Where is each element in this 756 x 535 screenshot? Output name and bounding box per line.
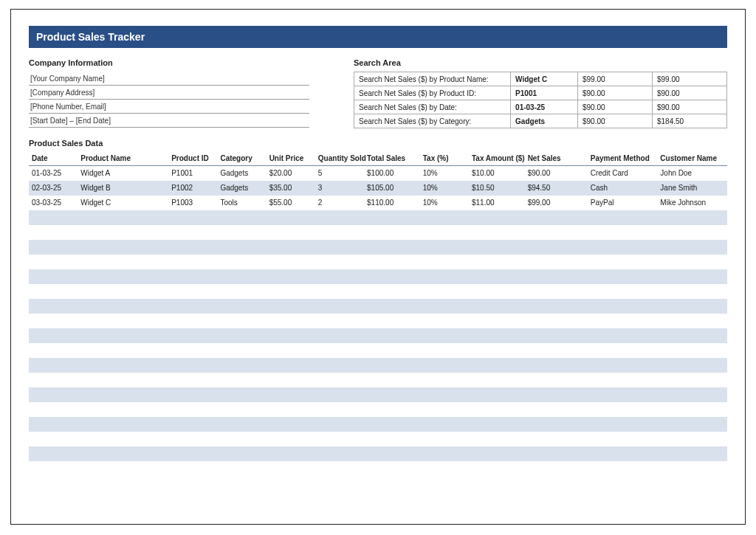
table-cell-empty [29,210,727,225]
table-cell: Cash [588,181,658,196]
table-cell: $35.00 [267,181,315,196]
company-info-lines: [Your Company Name][Company Address][Pho… [29,72,309,128]
company-info-heading: Company Information [29,55,309,72]
table-cell-empty [29,240,727,255]
table-cell: 2 [315,196,364,210]
table-row-empty [29,314,727,328]
page-title: Product Sales Tracker [29,26,727,48]
table-row-empty [29,373,727,387]
table-cell: $11.00 [469,196,525,210]
table-cell: Jane Smith [657,181,727,196]
search-cell: $90.00 [652,100,726,114]
table-cell: Gadgets [217,166,266,181]
search-cell: Search Net Sales ($) by Product ID: [354,86,511,100]
table-cell-empty [29,284,727,299]
table-cell-empty [29,255,727,269]
company-info-line: [Start Date] – [End Date] [29,114,309,128]
table-cell-empty [29,343,727,358]
column-header: Product Name [78,151,168,166]
search-cell: P1001 [511,86,578,100]
table-cell: 03-03-25 [29,196,78,210]
document-frame: Product Sales Tracker Company Informatio… [10,9,746,525]
table-cell: 10% [420,166,469,181]
table-cell-empty [29,387,727,402]
column-header: Date [29,151,78,166]
table-cell: $90.00 [525,166,588,181]
column-header: Payment Method [588,151,658,166]
table-row: 02-03-25Widget BP1002Gadgets$35.003$105.… [29,181,727,196]
table-cell: PayPal [588,196,658,210]
table-cell: Widget B [78,181,168,196]
table-cell: $100.00 [364,166,420,181]
search-cell: $184.50 [652,114,726,128]
table-cell: John Doe [657,166,727,181]
table-cell-empty [29,432,727,446]
table-cell-empty [29,417,727,432]
table-row-empty [29,417,727,432]
search-row: Search Net Sales ($) by Date:01-03-25$90… [354,100,727,114]
table-cell: Widget C [78,196,168,210]
column-header: Net Sales [525,151,588,166]
table-row-empty [29,446,727,461]
table-row-empty [29,358,727,373]
table-cell: P1001 [168,166,217,181]
table-cell-empty [29,299,727,314]
company-info-line: [Phone Number, Email] [29,100,309,114]
table-cell: P1003 [168,196,217,210]
table-row-empty [29,432,727,446]
search-area-heading: Search Area [354,55,727,72]
company-info-line: [Company Address] [29,86,309,100]
table-cell: Tools [217,196,266,210]
table-cell: Gadgets [217,181,266,196]
search-cell: Search Net Sales ($) by Date: [354,100,511,114]
table-cell: 10% [420,196,469,210]
table-row: 01-03-25Widget AP1001Gadgets$20.005$100.… [29,166,727,181]
table-row: 03-03-25Widget CP1003Tools$55.002$110.00… [29,196,727,210]
company-info-section: Company Information [Your Company Name][… [29,55,309,128]
table-row-empty [29,210,727,225]
table-cell: 5 [315,166,364,181]
table-row-empty [29,269,727,284]
table-cell: 01-03-25 [29,166,78,181]
table-cell-empty [29,328,727,343]
table-cell: P1002 [168,181,217,196]
search-cell: 01-03-25 [511,100,578,114]
table-cell-empty [29,358,727,373]
column-header: Quantity Sold [315,151,364,166]
search-row: Search Net Sales ($) by Category:Gadgets… [354,114,727,128]
table-cell-empty [29,269,727,284]
column-header: Product ID [168,151,217,166]
table-cell-empty [29,314,727,328]
table-cell: 10% [420,181,469,196]
table-cell: $105.00 [364,181,420,196]
search-cell: $90.00 [577,86,652,100]
table-row-empty [29,240,727,255]
search-cell: $99.00 [577,72,652,86]
table-cell: 02-03-25 [29,181,78,196]
table-cell: Mike Johnson [657,196,727,210]
table-cell: $20.00 [267,166,315,181]
search-row: Search Net Sales ($) by Product ID:P1001… [354,86,727,100]
table-cell: Credit Card [588,166,658,181]
table-row-empty [29,328,727,343]
search-area-section: Search Area Search Net Sales ($) by Prod… [354,55,727,128]
column-header: Total Sales [364,151,420,166]
table-row-empty [29,225,727,240]
sales-data-heading: Product Sales Data [29,134,727,151]
table-cell: $110.00 [364,196,420,210]
table-row-empty [29,284,727,299]
sales-data-table: DateProduct NameProduct IDCategoryUnit P… [29,151,727,461]
column-header: Unit Price [267,151,315,166]
table-cell: $99.00 [525,196,588,210]
table-cell: Widget A [78,166,168,181]
search-cell: Search Net Sales ($) by Product Name: [354,72,511,86]
table-row-empty [29,299,727,314]
column-header: Category [217,151,266,166]
table-cell-empty [29,402,727,417]
table-cell: 3 [315,181,364,196]
search-table: Search Net Sales ($) by Product Name:Wid… [354,72,727,128]
search-row: Search Net Sales ($) by Product Name:Wid… [354,72,727,86]
table-cell-empty [29,373,727,387]
company-info-line: [Your Company Name] [29,72,309,86]
search-cell: $90.00 [652,86,726,100]
